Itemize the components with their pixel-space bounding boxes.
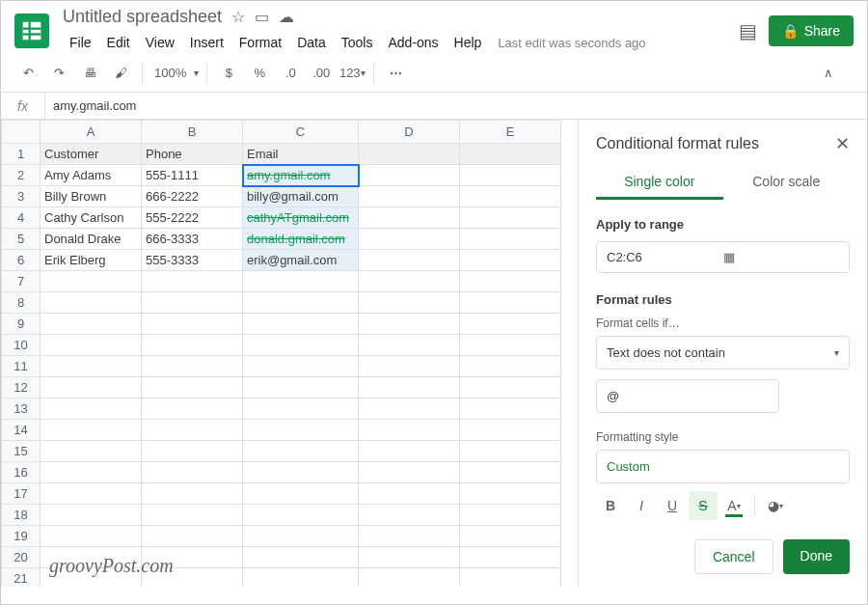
close-icon[interactable]: ✕ — [835, 133, 850, 154]
cell-B10[interactable] — [142, 335, 243, 356]
cell-B2[interactable]: 555-1111 — [142, 165, 243, 186]
text-color-icon[interactable]: A ▾ — [719, 491, 748, 520]
cell-C15[interactable] — [243, 441, 359, 462]
col-header-A[interactable]: A — [41, 121, 142, 144]
cell-D6[interactable] — [359, 250, 460, 271]
cell-E4[interactable] — [460, 207, 561, 229]
cell-E8[interactable] — [460, 292, 561, 314]
row-header-6[interactable]: 6 — [2, 250, 41, 271]
cell-D12[interactable] — [359, 377, 460, 399]
cell-C10[interactable] — [243, 335, 359, 356]
row-header-8[interactable]: 8 — [2, 292, 41, 314]
cell-B15[interactable] — [142, 441, 243, 462]
menu-data[interactable]: Data — [290, 31, 333, 54]
cell-A9[interactable] — [41, 314, 142, 335]
cell-E21[interactable] — [460, 568, 561, 588]
increase-decimal-icon[interactable]: .00 — [308, 60, 335, 87]
star-icon[interactable]: ☆ — [231, 8, 245, 26]
cell-E9[interactable] — [460, 314, 561, 335]
move-icon[interactable]: ▭ — [255, 8, 269, 26]
cell-B1[interactable]: Phone — [142, 144, 243, 165]
more-toolbar-icon[interactable]: ⋯ — [382, 60, 409, 87]
cell-A6[interactable]: Erik Elberg — [41, 250, 142, 271]
cell-C4[interactable]: cathyATgmail.com — [243, 207, 359, 229]
cell-A8[interactable] — [41, 292, 142, 314]
row-header-16[interactable]: 16 — [2, 462, 41, 483]
cell-A4[interactable]: Cathy Carlson — [41, 207, 142, 229]
menu-tools[interactable]: Tools — [335, 31, 380, 54]
cell-E16[interactable] — [460, 462, 561, 483]
cell-B12[interactable] — [142, 377, 243, 399]
cell-E7[interactable] — [460, 271, 561, 292]
doc-title[interactable]: Untitled spreadsheet — [63, 7, 222, 27]
menu-format[interactable]: Format — [232, 31, 288, 54]
cell-A5[interactable]: Donald Drake — [41, 229, 142, 250]
cell-E17[interactable] — [460, 483, 561, 505]
cell-C3[interactable]: billy@gmail.com — [243, 186, 359, 207]
cell-D14[interactable] — [359, 420, 460, 441]
cell-B6[interactable]: 555-3333 — [142, 250, 243, 271]
row-header-13[interactable]: 13 — [2, 399, 41, 420]
last-edit[interactable]: Last edit was seconds ago — [498, 36, 645, 50]
cell-C18[interactable] — [243, 505, 359, 526]
cell-D19[interactable] — [359, 526, 460, 547]
cell-D21[interactable] — [359, 568, 460, 588]
italic-icon[interactable]: I — [627, 491, 656, 520]
cell-D15[interactable] — [359, 441, 460, 462]
row-header-17[interactable]: 17 — [2, 483, 41, 505]
cell-E20[interactable] — [460, 547, 561, 568]
cell-A1[interactable]: Customer — [41, 144, 142, 165]
formula-input[interactable]: amy.gmail.com — [45, 98, 136, 113]
grid-icon[interactable]: ▦ — [723, 250, 840, 264]
cell-C6[interactable]: erik@gmail.com — [243, 250, 359, 271]
cell-A16[interactable] — [41, 462, 142, 483]
rule-select[interactable]: Text does not contain ▾ — [596, 336, 850, 370]
row-header-5[interactable]: 5 — [2, 229, 41, 250]
cell-D4[interactable] — [359, 207, 460, 229]
row-header-7[interactable]: 7 — [2, 271, 41, 292]
collapse-toolbar-icon[interactable]: ∧ — [815, 60, 842, 87]
cell-E5[interactable] — [460, 229, 561, 250]
menu-edit[interactable]: Edit — [100, 31, 137, 54]
cell-A18[interactable] — [41, 505, 142, 526]
row-header-10[interactable]: 10 — [2, 335, 41, 356]
cell-C7[interactable] — [243, 271, 359, 292]
done-button[interactable]: Done — [783, 539, 850, 574]
cell-D5[interactable] — [359, 229, 460, 250]
cell-D3[interactable] — [359, 186, 460, 207]
tab-color-scale[interactable]: Color scale — [723, 166, 851, 200]
menu-insert[interactable]: Insert — [183, 31, 231, 54]
menu-help[interactable]: Help — [448, 31, 489, 54]
cell-E11[interactable] — [460, 356, 561, 377]
rule-value-input[interactable]: @ — [596, 379, 779, 413]
cell-C16[interactable] — [243, 462, 359, 483]
cell-C13[interactable] — [243, 399, 359, 420]
menu-file[interactable]: File — [63, 31, 98, 54]
cell-B13[interactable] — [142, 399, 243, 420]
cell-E18[interactable] — [460, 505, 561, 526]
cell-E10[interactable] — [460, 335, 561, 356]
cell-D10[interactable] — [359, 335, 460, 356]
currency-icon[interactable]: $ — [215, 60, 242, 87]
cell-D20[interactable] — [359, 547, 460, 568]
cloud-icon[interactable]: ☁ — [279, 8, 294, 26]
cell-D18[interactable] — [359, 505, 460, 526]
cell-C21[interactable] — [243, 568, 359, 588]
percent-icon[interactable]: % — [246, 60, 273, 87]
fill-color-icon[interactable]: ◕ ▾ — [761, 491, 790, 520]
row-header-9[interactable]: 9 — [2, 314, 41, 335]
cell-D8[interactable] — [359, 292, 460, 314]
undo-icon[interactable]: ↶ — [14, 60, 41, 87]
cell-C12[interactable] — [243, 377, 359, 399]
cell-C14[interactable] — [243, 420, 359, 441]
cell-B19[interactable] — [142, 526, 243, 547]
decrease-decimal-icon[interactable]: .0 — [277, 60, 304, 87]
bold-icon[interactable]: B — [596, 491, 625, 520]
cell-C11[interactable] — [243, 356, 359, 377]
cell-D13[interactable] — [359, 399, 460, 420]
cell-E13[interactable] — [460, 399, 561, 420]
comments-icon[interactable]: ▤ — [739, 19, 757, 42]
cell-B8[interactable] — [142, 292, 243, 314]
cell-D7[interactable] — [359, 271, 460, 292]
cell-E14[interactable] — [460, 420, 561, 441]
